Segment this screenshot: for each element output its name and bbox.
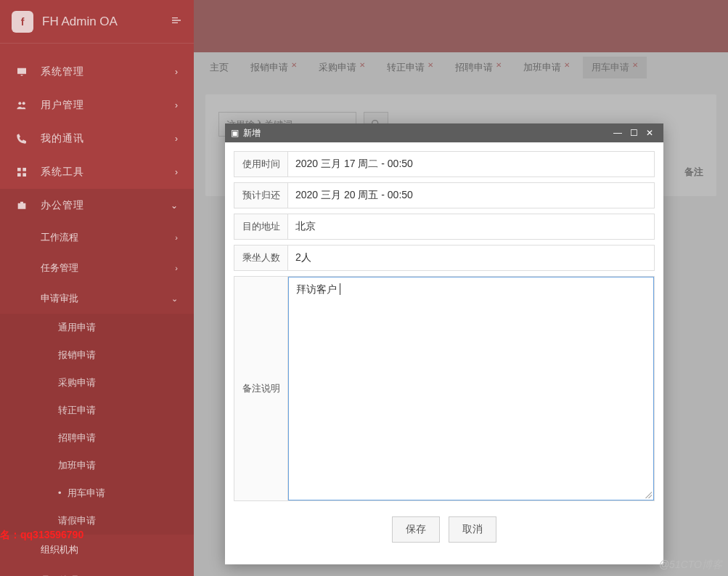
chevron-right-icon: › bbox=[175, 233, 178, 242]
chevron-right-icon: › bbox=[175, 67, 178, 77]
sidebar-item-system[interactable]: 系统管理 › bbox=[0, 55, 194, 89]
app-title: FH Admin OA bbox=[42, 15, 171, 29]
sidebar-item-users[interactable]: 用户管理 › bbox=[0, 89, 194, 122]
approval-item-regular[interactable]: 转正申请 bbox=[0, 397, 194, 424]
save-button[interactable]: 保存 bbox=[392, 516, 440, 543]
svg-rect-2 bbox=[17, 168, 21, 171]
value-passengers[interactable]: 2人 bbox=[288, 246, 654, 270]
svg-rect-5 bbox=[23, 173, 26, 177]
sidebar-header: f FH Admin OA bbox=[0, 0, 194, 44]
row-destination: 目的地址 北京 bbox=[234, 214, 655, 240]
maximize-button[interactable]: ☐ bbox=[626, 128, 642, 138]
modal-new: ▣ 新增 — ☐ ✕ 使用时间 2020 三月 17 周二 - 00:50 预计… bbox=[225, 123, 663, 564]
value-destination[interactable]: 北京 bbox=[288, 214, 654, 239]
row-passengers: 乘坐人数 2人 bbox=[234, 245, 655, 271]
submenu-workflow[interactable]: 工作流程 › bbox=[0, 222, 194, 253]
chevron-right-icon: › bbox=[175, 167, 178, 177]
svg-rect-4 bbox=[17, 173, 21, 177]
approval-item-expense[interactable]: 报销申请 bbox=[0, 341, 194, 369]
value-remark[interactable]: 拜访客户 bbox=[288, 277, 654, 500]
submenu-label: 组织机构 bbox=[41, 543, 78, 556]
sidebar-item-office[interactable]: 办公管理 ⌄ bbox=[0, 189, 194, 222]
modal-title: 新增 bbox=[243, 127, 610, 139]
sidebar-item-contact[interactable]: 我的通讯 › bbox=[0, 122, 194, 155]
approval-item-car[interactable]: 用车申请 bbox=[0, 479, 194, 507]
menu-toggle-icon[interactable] bbox=[171, 15, 182, 28]
label-destination: 目的地址 bbox=[234, 214, 288, 239]
svg-rect-3 bbox=[23, 168, 26, 171]
svg-point-0 bbox=[18, 102, 21, 105]
chevron-right-icon: › bbox=[175, 134, 178, 144]
submenu-task[interactable]: 任务管理 › bbox=[0, 253, 194, 283]
subsubmenu-approval: 通用申请 报销申请 采购申请 转正申请 招聘申请 加班申请 用车申请 请假申请 bbox=[0, 314, 194, 535]
sidebar-item-label: 用户管理 bbox=[41, 99, 175, 112]
approval-item-general[interactable]: 通用申请 bbox=[0, 314, 194, 341]
value-return-time[interactable]: 2020 三月 20 周五 - 00:50 bbox=[288, 183, 654, 208]
submenu-label: 任务管理 bbox=[41, 261, 78, 275]
minimize-button[interactable]: — bbox=[610, 128, 626, 138]
sidebar: f FH Admin OA 系统管理 › 用户管理 › 我的通讯 › 系统工具 … bbox=[0, 0, 194, 576]
label-return-time: 预计归还 bbox=[234, 183, 288, 208]
sidebar-item-label: 系统工具 bbox=[41, 166, 175, 179]
sidebar-menu: 系统管理 › 用户管理 › 我的通讯 › 系统工具 › 办公管理 ⌄ 工作流程 … bbox=[0, 44, 194, 576]
row-return-time: 预计归还 2020 三月 20 周五 - 00:50 bbox=[234, 182, 655, 208]
chevron-down-icon: ⌄ bbox=[171, 200, 178, 211]
approval-item-overtime[interactable]: 加班申请 bbox=[0, 452, 194, 479]
modal-titlebar[interactable]: ▣ 新增 — ☐ ✕ bbox=[225, 123, 663, 142]
sidebar-item-label: 我的通讯 bbox=[41, 132, 175, 145]
sidebar-item-label: 办公管理 bbox=[41, 199, 171, 212]
close-button[interactable]: ✕ bbox=[642, 128, 658, 138]
window-icon: ▣ bbox=[231, 128, 239, 138]
watermark-right: @51CTO博客 bbox=[659, 559, 722, 572]
chevron-down-icon: ⌄ bbox=[171, 294, 178, 304]
svg-point-1 bbox=[23, 102, 25, 105]
logo-icon: f bbox=[12, 11, 33, 33]
phone-icon bbox=[16, 133, 29, 145]
users-icon bbox=[16, 100, 29, 111]
cancel-button[interactable]: 取消 bbox=[449, 516, 496, 543]
value-use-time[interactable]: 2020 三月 17 周二 - 00:50 bbox=[288, 152, 654, 177]
submenu-approval[interactable]: 申请审批 ⌄ bbox=[0, 283, 194, 314]
submenu-staff[interactable]: 员工管理 bbox=[0, 565, 194, 576]
row-use-time: 使用时间 2020 三月 17 周二 - 00:50 bbox=[234, 151, 655, 177]
chevron-right-icon: › bbox=[175, 264, 178, 272]
sidebar-item-label: 系统管理 bbox=[41, 65, 175, 78]
sidebar-item-tools[interactable]: 系统工具 › bbox=[0, 155, 194, 189]
row-remark: 备注说明 拜访客户 bbox=[234, 276, 655, 501]
watermark-left: 名：qq313596790 bbox=[0, 529, 83, 542]
approval-item-recruit[interactable]: 招聘申请 bbox=[0, 424, 194, 452]
modal-footer: 保存 取消 bbox=[234, 506, 655, 556]
submenu-office: 工作流程 › 任务管理 › 申请审批 ⌄ 通用申请 报销申请 采购申请 转正申请… bbox=[0, 222, 194, 576]
label-use-time: 使用时间 bbox=[234, 152, 288, 177]
modal-body: 使用时间 2020 三月 17 周二 - 00:50 预计归还 2020 三月 … bbox=[225, 142, 663, 564]
resize-grip-icon[interactable] bbox=[645, 491, 652, 498]
briefcase-icon bbox=[16, 200, 29, 211]
label-remark: 备注说明 bbox=[234, 277, 288, 500]
label-passengers: 乘坐人数 bbox=[234, 246, 288, 270]
submenu-label: 申请审批 bbox=[41, 292, 78, 305]
chevron-right-icon: › bbox=[175, 100, 178, 110]
monitor-icon bbox=[16, 66, 29, 78]
approval-item-purchase[interactable]: 采购申请 bbox=[0, 369, 194, 397]
grid-icon bbox=[16, 166, 29, 178]
submenu-label: 工作流程 bbox=[41, 231, 78, 244]
